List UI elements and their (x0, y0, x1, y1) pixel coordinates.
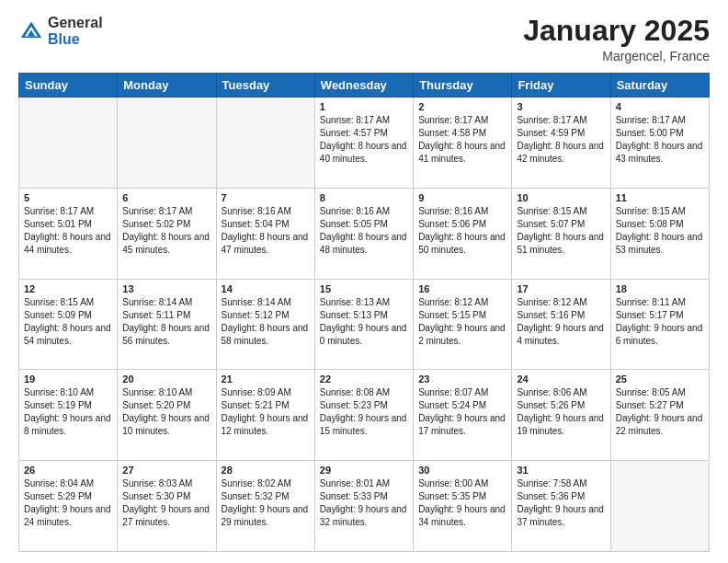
weekday-header-saturday: Saturday (610, 74, 709, 98)
calendar-cell: 2Sunrise: 8:17 AM Sunset: 4:58 PM Daylig… (414, 98, 512, 189)
day-number: 21 (222, 373, 310, 385)
cell-daylight-info: Sunrise: 8:01 AM Sunset: 5:33 PM Dayligh… (320, 477, 408, 529)
calendar-cell (118, 98, 216, 189)
calendar-cell: 3Sunrise: 8:17 AM Sunset: 4:59 PM Daylig… (512, 98, 610, 189)
cell-daylight-info: Sunrise: 8:12 AM Sunset: 5:15 PM Dayligh… (418, 296, 506, 348)
day-number: 17 (517, 283, 605, 294)
weekday-header-tuesday: Tuesday (216, 74, 314, 98)
cell-daylight-info: Sunrise: 8:17 AM Sunset: 5:01 PM Dayligh… (24, 205, 112, 257)
calendar-cell: 6Sunrise: 8:17 AM Sunset: 5:02 PM Daylig… (118, 188, 216, 279)
cell-daylight-info: Sunrise: 8:08 AM Sunset: 5:23 PM Dayligh… (320, 386, 408, 438)
calendar-cell: 8Sunrise: 8:16 AM Sunset: 5:05 PM Daylig… (314, 188, 413, 279)
cell-daylight-info: Sunrise: 8:02 AM Sunset: 5:32 PM Dayligh… (222, 477, 310, 529)
day-number: 4 (616, 101, 704, 112)
calendar-cell: 25Sunrise: 8:05 AM Sunset: 5:27 PM Dayli… (610, 370, 709, 461)
location: Margencel, France (523, 49, 710, 63)
cell-daylight-info: Sunrise: 8:11 AM Sunset: 5:17 PM Dayligh… (616, 296, 704, 348)
day-number: 20 (122, 373, 210, 385)
calendar-cell: 26Sunrise: 8:04 AM Sunset: 5:29 PM Dayli… (19, 461, 118, 552)
cell-daylight-info: Sunrise: 7:58 AM Sunset: 5:36 PM Dayligh… (517, 477, 605, 529)
calendar-cell: 11Sunrise: 8:15 AM Sunset: 5:08 PM Dayli… (610, 188, 709, 279)
day-number: 12 (24, 283, 112, 294)
calendar-cell: 9Sunrise: 8:16 AM Sunset: 5:06 PM Daylig… (414, 188, 512, 279)
month-title: January 2025 (523, 15, 710, 47)
day-number: 16 (418, 283, 506, 294)
weekday-header-row: SundayMondayTuesdayWednesdayThursdayFrid… (19, 74, 710, 98)
weekday-header-wednesday: Wednesday (314, 74, 413, 98)
day-number: 28 (222, 465, 310, 476)
day-number: 24 (517, 373, 605, 385)
header: General Blue January 2025 Margencel, Fra… (18, 15, 710, 63)
cell-daylight-info: Sunrise: 8:17 AM Sunset: 4:59 PM Dayligh… (517, 114, 605, 166)
cell-daylight-info: Sunrise: 8:16 AM Sunset: 5:06 PM Dayligh… (418, 205, 506, 257)
cell-daylight-info: Sunrise: 8:16 AM Sunset: 5:04 PM Dayligh… (222, 205, 310, 257)
cell-daylight-info: Sunrise: 8:17 AM Sunset: 5:00 PM Dayligh… (616, 114, 704, 166)
day-number: 3 (517, 101, 605, 112)
day-number: 25 (616, 373, 704, 385)
calendar-cell: 28Sunrise: 8:02 AM Sunset: 5:32 PM Dayli… (216, 461, 314, 552)
cell-daylight-info: Sunrise: 8:13 AM Sunset: 5:13 PM Dayligh… (320, 296, 408, 348)
weekday-header-friday: Friday (512, 74, 610, 98)
logo-general-text: General (48, 15, 103, 31)
calendar-cell: 30Sunrise: 8:00 AM Sunset: 5:35 PM Dayli… (414, 461, 512, 552)
cell-daylight-info: Sunrise: 8:00 AM Sunset: 5:35 PM Dayligh… (418, 477, 506, 529)
day-number: 2 (418, 101, 506, 112)
calendar-cell: 1Sunrise: 8:17 AM Sunset: 4:57 PM Daylig… (314, 98, 413, 189)
day-number: 19 (24, 373, 112, 385)
calendar-cell: 19Sunrise: 8:10 AM Sunset: 5:19 PM Dayli… (19, 370, 118, 461)
logo-icon (18, 18, 44, 44)
cell-daylight-info: Sunrise: 8:05 AM Sunset: 5:27 PM Dayligh… (616, 386, 704, 438)
day-number: 26 (24, 465, 112, 476)
day-number: 9 (418, 192, 506, 203)
week-row-3: 19Sunrise: 8:10 AM Sunset: 5:19 PM Dayli… (19, 370, 710, 461)
logo-text: General Blue (48, 15, 103, 47)
day-number: 29 (320, 465, 408, 476)
day-number: 15 (320, 283, 408, 294)
week-row-1: 5Sunrise: 8:17 AM Sunset: 5:01 PM Daylig… (19, 188, 710, 279)
logo-blue-text: Blue (48, 31, 103, 48)
calendar-cell: 27Sunrise: 8:03 AM Sunset: 5:30 PM Dayli… (118, 461, 216, 552)
day-number: 6 (122, 192, 210, 203)
weekday-header-sunday: Sunday (19, 74, 118, 98)
cell-daylight-info: Sunrise: 8:12 AM Sunset: 5:16 PM Dayligh… (517, 296, 605, 348)
calendar-cell: 23Sunrise: 8:07 AM Sunset: 5:24 PM Dayli… (414, 370, 512, 461)
cell-daylight-info: Sunrise: 8:15 AM Sunset: 5:08 PM Dayligh… (616, 205, 704, 257)
calendar-cell (216, 98, 314, 189)
logo: General Blue (18, 15, 103, 47)
day-number: 14 (222, 283, 310, 294)
weekday-header-monday: Monday (118, 74, 216, 98)
calendar-cell (19, 98, 118, 189)
calendar-cell (610, 461, 709, 552)
cell-daylight-info: Sunrise: 8:15 AM Sunset: 5:07 PM Dayligh… (517, 205, 605, 257)
day-number: 27 (122, 465, 210, 476)
calendar-cell: 20Sunrise: 8:10 AM Sunset: 5:20 PM Dayli… (118, 370, 216, 461)
calendar-cell: 12Sunrise: 8:15 AM Sunset: 5:09 PM Dayli… (19, 279, 118, 370)
calendar-cell: 18Sunrise: 8:11 AM Sunset: 5:17 PM Dayli… (610, 279, 709, 370)
weekday-header-thursday: Thursday (414, 74, 512, 98)
calendar-cell: 16Sunrise: 8:12 AM Sunset: 5:15 PM Dayli… (414, 279, 512, 370)
week-row-2: 12Sunrise: 8:15 AM Sunset: 5:09 PM Dayli… (19, 279, 710, 370)
day-number: 18 (616, 283, 704, 294)
day-number: 8 (320, 192, 408, 203)
cell-daylight-info: Sunrise: 8:07 AM Sunset: 5:24 PM Dayligh… (418, 386, 506, 438)
cell-daylight-info: Sunrise: 8:15 AM Sunset: 5:09 PM Dayligh… (24, 296, 112, 348)
day-number: 11 (616, 192, 704, 203)
calendar-cell: 24Sunrise: 8:06 AM Sunset: 5:26 PM Dayli… (512, 370, 610, 461)
calendar-cell: 10Sunrise: 8:15 AM Sunset: 5:07 PM Dayli… (512, 188, 610, 279)
cell-daylight-info: Sunrise: 8:10 AM Sunset: 5:19 PM Dayligh… (24, 386, 112, 438)
calendar-cell: 5Sunrise: 8:17 AM Sunset: 5:01 PM Daylig… (19, 188, 118, 279)
cell-daylight-info: Sunrise: 8:09 AM Sunset: 5:21 PM Dayligh… (222, 386, 310, 438)
calendar-table: SundayMondayTuesdayWednesdayThursdayFrid… (18, 73, 710, 552)
cell-daylight-info: Sunrise: 8:10 AM Sunset: 5:20 PM Dayligh… (122, 386, 210, 438)
calendar-cell: 7Sunrise: 8:16 AM Sunset: 5:04 PM Daylig… (216, 188, 314, 279)
title-block: January 2025 Margencel, France (523, 15, 710, 63)
calendar-cell: 13Sunrise: 8:14 AM Sunset: 5:11 PM Dayli… (118, 279, 216, 370)
calendar-cell: 4Sunrise: 8:17 AM Sunset: 5:00 PM Daylig… (610, 98, 709, 189)
day-number: 13 (122, 283, 210, 294)
cell-daylight-info: Sunrise: 8:17 AM Sunset: 4:58 PM Dayligh… (418, 114, 506, 166)
day-number: 31 (517, 465, 605, 476)
day-number: 22 (320, 373, 408, 385)
cell-daylight-info: Sunrise: 8:16 AM Sunset: 5:05 PM Dayligh… (320, 205, 408, 257)
week-row-4: 26Sunrise: 8:04 AM Sunset: 5:29 PM Dayli… (19, 461, 710, 552)
day-number: 30 (418, 465, 506, 476)
